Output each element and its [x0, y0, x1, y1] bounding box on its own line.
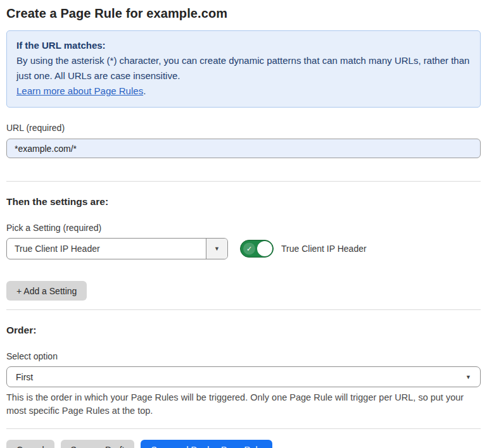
- add-setting-button[interactable]: + Add a Setting: [6, 281, 87, 301]
- setting-row: True Client IP Header ▼ ✓ True Client IP…: [6, 238, 481, 259]
- learn-more-link[interactable]: Learn more about Page Rules: [16, 85, 143, 96]
- url-match-info-box: If the URL matches: By using the asteris…: [6, 30, 481, 108]
- cancel-button[interactable]: Cancel: [6, 440, 54, 448]
- order-select[interactable]: First ▼: [6, 366, 481, 387]
- section-divider: [6, 309, 481, 310]
- save-deploy-button[interactable]: Save and Deploy Page Rule: [141, 440, 272, 448]
- chevron-down-icon: ▼: [465, 374, 471, 380]
- setting-select-value: True Client IP Header: [7, 239, 206, 259]
- select-option-label: Select option: [6, 351, 481, 361]
- section-divider: [6, 181, 481, 182]
- setting-toggle[interactable]: ✓: [240, 240, 274, 258]
- chevron-down-icon[interactable]: ▼: [206, 239, 227, 259]
- save-draft-button[interactable]: Save as Draft: [61, 440, 135, 448]
- action-button-row: Cancel Save as Draft Save and Deploy Pag…: [6, 440, 481, 448]
- info-box-heading: If the URL matches:: [16, 38, 471, 53]
- toggle-knob: [257, 241, 272, 256]
- url-label: URL (required): [6, 123, 481, 133]
- url-input[interactable]: [6, 139, 481, 158]
- info-box-body: By using the asterisk (*) character, you…: [16, 53, 471, 84]
- order-select-value: First: [16, 372, 33, 382]
- pick-setting-label: Pick a Setting (required): [6, 223, 481, 233]
- settings-heading: Then the settings are:: [6, 196, 481, 208]
- page-title: Create a Page Rule for example.com: [6, 6, 481, 21]
- setting-select[interactable]: True Client IP Header ▼: [6, 238, 228, 259]
- section-divider: [6, 428, 481, 429]
- toggle-label: True Client IP Header: [281, 244, 367, 254]
- check-icon: ✓: [243, 243, 255, 255]
- order-heading: Order:: [6, 325, 481, 336]
- create-page-rule-form: Create a Page Rule for example.com If th…: [0, 0, 487, 448]
- info-box-link-line: Learn more about Page Rules.: [16, 84, 471, 99]
- order-help-text: This is the order in which your Page Rul…: [6, 391, 481, 418]
- link-period: .: [143, 85, 146, 96]
